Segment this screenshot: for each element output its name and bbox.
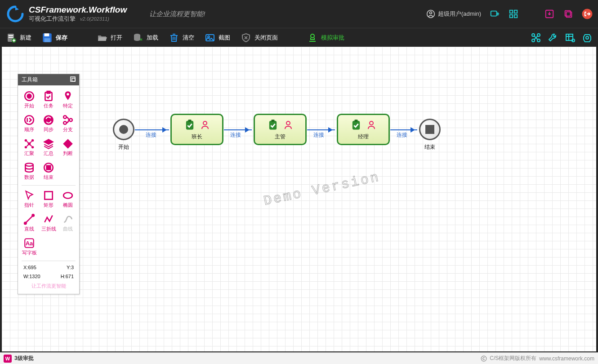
start-icon [23, 90, 36, 102]
svg-point-1 [429, 12, 432, 14]
app-logo-icon [5, 4, 25, 24]
tool-rect[interactable]: 矩形 [39, 187, 58, 211]
polyline-icon [42, 213, 55, 226]
copyright-url[interactable]: www.csframework.com [539, 355, 594, 362]
connect-icon[interactable] [489, 9, 500, 19]
svg-rect-12 [9, 35, 13, 36]
graph-icon[interactable] [531, 32, 541, 43]
task-1-title: 班长 [192, 133, 202, 141]
tab-label[interactable]: 3级审批 [14, 355, 34, 361]
svg-rect-58 [45, 191, 52, 199]
svg-point-28 [586, 36, 589, 39]
pointer-icon [23, 189, 36, 202]
svg-point-44 [67, 93, 69, 95]
stat-y: Y:3 [67, 265, 74, 270]
grid-icon[interactable] [508, 9, 519, 19]
copy-icon[interactable] [563, 9, 574, 19]
branch-icon [62, 114, 74, 126]
toolbox-title-bar[interactable]: 工具箱 [18, 74, 79, 85]
end-node[interactable] [419, 119, 441, 140]
svg-point-31 [203, 121, 207, 125]
clipboard-check-icon [267, 119, 279, 131]
watermark: Demo Version [262, 169, 381, 209]
task-node-3[interactable]: 经理 [337, 114, 390, 145]
database-load-icon [132, 32, 144, 44]
svg-point-53 [25, 146, 27, 148]
simulate-approve-button[interactable]: 模拟审批 [307, 32, 344, 44]
converge-icon [23, 138, 36, 150]
rect-icon [42, 189, 55, 202]
workflow-canvas[interactable]: 开始 连接 班长 连接 主管 连接 经理 [2, 47, 596, 351]
tool-data[interactable]: 数据 [20, 160, 39, 183]
task-node-1[interactable]: 班长 [170, 114, 223, 145]
app-title: CSFramework.Workflow [29, 5, 127, 15]
svg-point-47 [63, 115, 67, 119]
chip-icon[interactable] [582, 32, 593, 43]
person-icon [283, 120, 294, 130]
import-icon[interactable] [544, 9, 555, 19]
pin-person-icon [62, 90, 74, 102]
close-shield-icon [240, 32, 252, 44]
svg-point-49 [69, 119, 72, 122]
tool-text[interactable]: Aa写字板 [20, 235, 39, 259]
tool-start[interactable]: 开始 [20, 88, 39, 112]
tool-sync[interactable]: 同步 [39, 112, 58, 136]
svg-rect-8 [566, 12, 571, 17]
svg-rect-33 [272, 120, 275, 122]
tool-converge[interactable]: 汇聚 [20, 136, 39, 160]
tool-decision[interactable]: 判断 [58, 136, 77, 160]
task-node-2[interactable]: 主管 [254, 114, 307, 145]
svg-point-41 [27, 94, 31, 98]
app-header: CSFramework.Workflow 可视化工作流引擎 v2.0(20231… [0, 0, 598, 28]
load-button[interactable]: 加载 [132, 32, 158, 44]
copyright-text: C/S框架网版权所有 [490, 355, 536, 362]
wrench-icon[interactable] [548, 32, 558, 43]
stop-icon [42, 161, 55, 174]
edge-4[interactable] [390, 129, 417, 130]
tool-branch[interactable]: 分支 [58, 112, 77, 136]
svg-rect-2 [491, 11, 497, 16]
svg-rect-39 [72, 78, 75, 81]
save-button[interactable]: 保存 [41, 32, 67, 44]
start-node-label: 开始 [110, 143, 137, 151]
tool-specific[interactable]: 特定 [58, 88, 77, 112]
toolbox-expand-icon[interactable] [70, 76, 76, 83]
svg-rect-30 [188, 120, 192, 122]
edge-2[interactable] [224, 129, 252, 130]
main-toolbar: 新建 保存 打开 加载 清空 截图 关闭页面 模拟审批 [0, 28, 598, 47]
edge-1[interactable] [135, 129, 169, 130]
exit-icon[interactable] [582, 9, 593, 19]
svg-rect-57 [47, 166, 51, 170]
clear-button[interactable]: 清空 [168, 32, 194, 44]
table-gear-icon[interactable] [565, 32, 576, 43]
tool-end[interactable]: 结束 [39, 160, 58, 183]
screenshot-button[interactable]: 截图 [204, 32, 230, 44]
toolbox-panel[interactable]: 工具箱 开始 任务 特定 顺序 同步 分支 汇聚 汇总 判断 数据 [18, 74, 80, 294]
status-bar: W 3级审批 C/S框架网版权所有 www.csframework.com [0, 352, 598, 364]
tool-curve[interactable]: 曲线 [58, 211, 77, 235]
sequence-icon [23, 114, 36, 126]
tool-line[interactable]: 直线 [20, 211, 39, 235]
open-button[interactable]: 打开 [96, 32, 122, 44]
tool-summary[interactable]: 汇总 [39, 136, 58, 160]
tool-sequence[interactable]: 顺序 [20, 112, 39, 136]
task-2-title: 主管 [275, 133, 286, 141]
new-button[interactable]: 新建 [5, 32, 31, 44]
start-node[interactable] [113, 119, 134, 140]
svg-point-37 [370, 121, 373, 125]
edge-3-label: 连接 [313, 131, 324, 139]
text-icon: Aa [23, 237, 36, 249]
task-3-title: 经理 [358, 133, 369, 141]
close-page-button[interactable]: 关闭页面 [240, 32, 278, 44]
tool-polyline[interactable]: 三折线 [39, 211, 58, 235]
toolbox-stats-2: W:1320 H:671 [20, 272, 77, 281]
edge-2-label: 连接 [230, 131, 241, 139]
tool-ellipse[interactable]: 椭圆 [58, 187, 77, 211]
tool-pointer[interactable]: 指针 [20, 187, 39, 211]
edge-3[interactable] [307, 129, 335, 130]
user-badge[interactable]: 超级用户(admin) [426, 9, 481, 18]
folder-open-icon [96, 32, 108, 44]
svg-point-34 [286, 121, 290, 125]
svg-rect-6 [514, 15, 517, 18]
tool-task[interactable]: 任务 [39, 88, 58, 112]
